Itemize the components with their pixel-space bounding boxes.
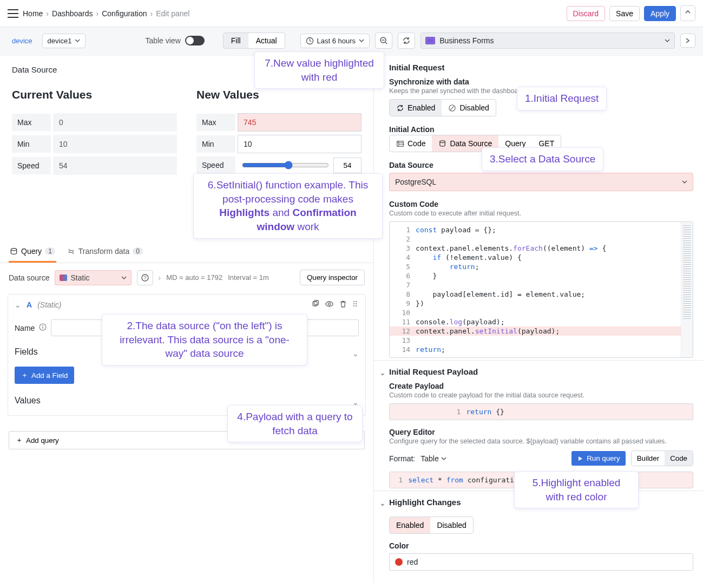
new-max-row: Max: [196, 113, 362, 132]
sync-enabled-button[interactable]: Enabled: [390, 100, 442, 116]
payload-heading: Initial Request Payload: [389, 367, 693, 376]
table-view-toggle[interactable]: Table view: [145, 36, 204, 45]
collapse-icon[interactable]: ⌄: [15, 300, 21, 309]
color-swatch-icon: [395, 558, 403, 566]
action-get-button[interactable]: GET: [532, 135, 561, 152]
query-inspector-button[interactable]: Query inspector: [300, 270, 365, 285]
query-letter: A: [27, 300, 32, 309]
format-label: Format:: [389, 454, 415, 463]
apply-button[interactable]: Apply: [644, 6, 676, 21]
sidebar-collapse-button[interactable]: [680, 34, 695, 48]
action-datasource-label: Data Source: [450, 139, 492, 148]
new-max-input[interactable]: [238, 113, 362, 132]
collapse-icon[interactable]: ⌄: [379, 499, 386, 507]
toolbar: device device1 Table view Fill Actual La…: [0, 27, 703, 56]
sync-hint: Keeps the panel synched with the dashboa…: [389, 87, 693, 95]
action-query-button[interactable]: Query: [498, 135, 532, 152]
svg-text:?: ?: [143, 275, 146, 280]
run-query-label: Run query: [587, 454, 620, 462]
drag-handle-icon[interactable]: ⠿: [352, 300, 359, 310]
svg-point-13: [440, 140, 445, 142]
apply-more-button[interactable]: [680, 5, 695, 21]
submit-label: Submit: [327, 193, 353, 202]
refresh-button[interactable]: [398, 32, 415, 49]
collapse-fields-icon[interactable]: ⌄: [352, 349, 359, 358]
color-picker[interactable]: red: [389, 553, 693, 571]
highlight-enabled-button[interactable]: Enabled: [390, 517, 430, 533]
add-field-button[interactable]: ＋ Add a Field: [15, 367, 74, 384]
sync-disabled-label: Disabled: [459, 103, 489, 112]
sync-disabled-button[interactable]: Disabled: [442, 100, 495, 116]
svg-rect-5: [313, 302, 317, 306]
panel-title: Data Source: [12, 65, 362, 74]
builder-mode-button[interactable]: Builder: [632, 451, 665, 466]
new-min-row: Min: [196, 135, 362, 153]
action-code-button[interactable]: Code: [390, 135, 432, 152]
trash-icon[interactable]: [339, 300, 347, 310]
fill-button[interactable]: Fill: [224, 33, 248, 48]
crumb-dashboards[interactable]: Dashboards: [52, 9, 93, 18]
menu-icon[interactable]: [8, 9, 18, 18]
actual-button[interactable]: Actual: [248, 33, 285, 48]
color-heading: Color: [389, 541, 693, 550]
crumb-configuration[interactable]: Configuration: [102, 9, 147, 18]
eye-icon[interactable]: [325, 300, 334, 310]
variable-label[interactable]: device: [8, 34, 37, 48]
table-view-label: Table view: [145, 36, 180, 45]
crumb-edit-panel: Edit panel: [156, 9, 189, 18]
fields-heading: Fields: [15, 347, 38, 357]
tab-transform-label: Transform data: [78, 247, 129, 256]
datasource-bar: Data source Static ? › MD = auto = 1792 …: [0, 263, 373, 292]
tab-transform[interactable]: Transform data 0: [66, 241, 144, 263]
speed-number-input[interactable]: [333, 158, 362, 173]
svg-point-9: [42, 325, 43, 326]
plus-icon: ＋: [21, 370, 28, 380]
discard-button[interactable]: Discard: [567, 6, 605, 21]
custom-code-editor[interactable]: 1const payload = {}; 2 3context.panel.el…: [389, 221, 693, 358]
format-select[interactable]: Table: [421, 454, 446, 463]
tab-query[interactable]: Query 1: [9, 241, 56, 263]
submit-button[interactable]: Submit: [306, 189, 362, 207]
custom-code-hint: Custom code to execute after initial req…: [389, 210, 693, 217]
topbar: Home › Dashboards › Configuration › Edit…: [0, 0, 703, 27]
sql-editor[interactable]: 1select * from configuration where name …: [389, 472, 693, 488]
sync-heading: Synchronize with data: [389, 77, 693, 86]
svg-point-2: [11, 248, 16, 250]
collapse-values-icon[interactable]: ⌄: [352, 398, 359, 407]
new-speed-row: Speed: [196, 156, 362, 174]
datasource-help-button[interactable]: ?: [137, 270, 153, 285]
section-initial-payload: ⌄ Initial Request Payload Create Payload…: [374, 361, 703, 491]
action-datasource-button[interactable]: Data Source: [432, 135, 498, 152]
collapse-icon[interactable]: ⌄: [379, 368, 386, 377]
visualization-picker[interactable]: Business Forms: [421, 32, 675, 49]
format-value: Table: [421, 454, 438, 463]
variable-value-dropdown[interactable]: device1: [42, 34, 86, 48]
color-value: red: [407, 558, 418, 566]
collapse-icon[interactable]: ⌄: [379, 64, 386, 73]
sync-toggle-group: Enabled Disabled: [389, 99, 496, 116]
duplicate-icon[interactable]: [311, 300, 319, 310]
save-button[interactable]: Save: [609, 6, 640, 21]
info-icon[interactable]: [39, 323, 47, 332]
chevron-right-icon: ›: [96, 9, 99, 18]
speed-label: Speed: [12, 157, 51, 174]
datasource-select[interactable]: Static: [55, 270, 131, 285]
custom-code-heading: Custom Code: [389, 200, 693, 208]
time-range-picker[interactable]: Last 6 hours: [300, 34, 370, 48]
initial-datasource-select[interactable]: PostgreSQL: [389, 173, 693, 191]
crumb-home[interactable]: Home: [23, 9, 43, 18]
current-max-value: 0: [53, 113, 177, 132]
run-query-button[interactable]: Run query: [571, 451, 626, 466]
speed-slider[interactable]: [242, 161, 329, 169]
add-query-button[interactable]: ＋ Add query: [9, 431, 365, 449]
code-minimap[interactable]: [681, 222, 693, 357]
chevron-right-icon[interactable]: ›: [159, 273, 161, 282]
code-mode-button[interactable]: Code: [665, 451, 693, 466]
datasource-value: Static: [70, 273, 89, 282]
highlight-disabled-button[interactable]: Disabled: [430, 517, 472, 533]
new-min-input[interactable]: [238, 135, 362, 153]
create-payload-editor[interactable]: 1return {}: [389, 403, 693, 420]
zoom-out-button[interactable]: [375, 32, 392, 49]
sync-enabled-label: Enabled: [408, 103, 435, 112]
query-name-input[interactable]: [51, 319, 359, 336]
